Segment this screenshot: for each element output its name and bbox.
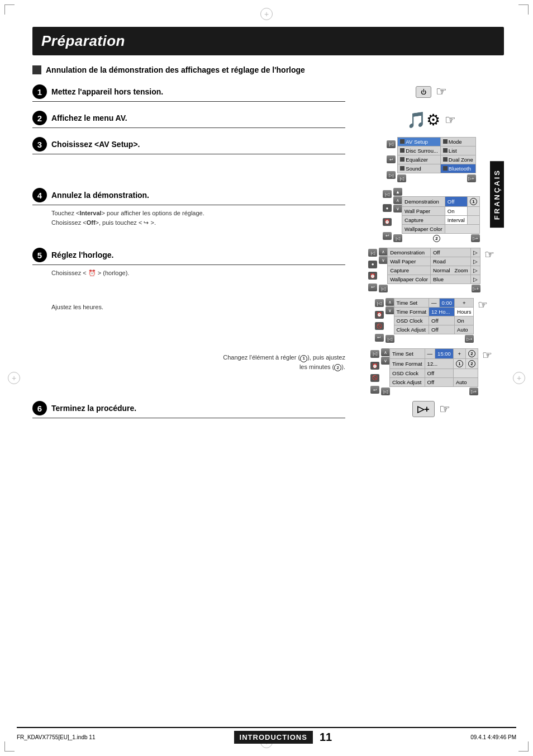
step4-up[interactable]: ▲ bbox=[393, 188, 402, 196]
step4-cell-on[interactable]: On bbox=[445, 207, 467, 216]
menu-cell-sound[interactable]: Sound bbox=[398, 164, 441, 173]
step4-row-demo: Demonstration Off 1 bbox=[402, 197, 480, 207]
step5b-btn1[interactable]: |◁ bbox=[375, 299, 384, 307]
step5a-btn1[interactable]: |◁ bbox=[368, 249, 377, 257]
step-1-left: 1 Mettez l'appareil hors tension. bbox=[32, 84, 345, 105]
step4-scroll-dn[interactable]: ∨ bbox=[393, 205, 402, 212]
step4-cell-interval[interactable]: Interval bbox=[445, 216, 467, 225]
step4-cell-wpcolor-val[interactable] bbox=[445, 225, 479, 234]
step5c-nav-right[interactable]: ▷+ bbox=[469, 388, 478, 395]
step5c-adj[interactable]: Clock Adjust bbox=[390, 378, 425, 387]
step5a-nav-left[interactable]: |◁ bbox=[379, 285, 388, 292]
step5b-adj-auto[interactable]: Auto bbox=[455, 325, 474, 334]
step5b-format-val1[interactable]: 12 Ho... bbox=[429, 308, 455, 316]
hand-icon-2: ☞ bbox=[445, 113, 456, 127]
step5a-wpc[interactable]: Wallpaper Color bbox=[388, 275, 431, 284]
step4-scroll-up[interactable]: ∧ bbox=[393, 196, 402, 204]
step5b-nav-left[interactable]: |◁ bbox=[386, 335, 394, 343]
step5a-demo[interactable]: Demonstration bbox=[388, 248, 431, 257]
step5c-format-v1[interactable]: 12... bbox=[425, 359, 453, 369]
step5b-nav-right[interactable]: ▷+ bbox=[465, 335, 474, 343]
step4-cell-capture[interactable]: Capture bbox=[402, 216, 445, 225]
step5c-ctrl: |◁ ⏰ 🚫 ↩ bbox=[370, 348, 379, 395]
step5c-adj-off[interactable]: Off bbox=[425, 378, 453, 387]
menu-cell-dualzone[interactable]: Dual Zone bbox=[440, 155, 475, 164]
ctrl-btn-prev3[interactable]: |◁ bbox=[397, 174, 406, 182]
ctrl-btn-back-4[interactable]: ↩ bbox=[383, 232, 392, 240]
menu-cell-eq[interactable]: Equalizer bbox=[398, 155, 441, 164]
step5c-btn2[interactable]: ⏰ bbox=[370, 362, 379, 370]
step5b-osd[interactable]: OSD Clock bbox=[394, 316, 429, 325]
ctrl-btn-record-4[interactable]: ● bbox=[383, 204, 392, 212]
menu-cell-bt[interactable]: Bluetooth bbox=[440, 164, 475, 173]
step5a-scroll-up[interactable]: ∧ bbox=[379, 248, 388, 256]
step5b-btn3[interactable]: 🚫 bbox=[375, 322, 384, 330]
step5c-plus[interactable]: + bbox=[453, 349, 465, 359]
step5c-scroll-dn[interactable]: ∨ bbox=[381, 357, 390, 365]
step4-row-wallpaper: Wall Paper On bbox=[402, 207, 480, 216]
ctrl-btn-clock-4[interactable]: ⏰ bbox=[383, 218, 392, 226]
step5c-scroll-up[interactable]: ∧ bbox=[381, 348, 390, 356]
ctrl-btn-next3[interactable]: ▷+ bbox=[467, 174, 476, 182]
step5c-btn4[interactable]: ↩ bbox=[370, 386, 379, 394]
step5b-plus[interactable]: + bbox=[455, 299, 474, 308]
step5c-minus[interactable]: — bbox=[425, 349, 435, 359]
menu-row-sound: Sound Bluetooth bbox=[398, 164, 475, 173]
step5b-format[interactable]: Time Format bbox=[394, 308, 429, 316]
step5b-btn2[interactable]: ⏰ bbox=[375, 311, 384, 319]
step5b-adj-off[interactable]: Off bbox=[429, 325, 455, 334]
step5c-osd-off[interactable]: Off bbox=[425, 369, 453, 378]
step5b-minus[interactable]: — bbox=[429, 299, 440, 308]
step-6-title: 6 Terminez la procédure. bbox=[32, 401, 345, 418]
step5a-wpc-val[interactable]: Blue bbox=[430, 275, 470, 284]
step5b-osd-on[interactable]: On bbox=[455, 316, 474, 325]
step5c-row-osd: OSD Clock Off bbox=[390, 369, 478, 378]
step-5a-right: |◁ ● ⏰ ↩ ∧ ∨ Demo bbox=[359, 248, 504, 292]
step5a-btn3[interactable]: ⏰ bbox=[368, 272, 377, 280]
step5c-timeset[interactable]: Time Set bbox=[390, 349, 425, 359]
num-1-inline: 1 bbox=[300, 355, 307, 362]
step5b-format-val2[interactable]: Hours bbox=[455, 308, 474, 316]
step5b-scroll-up[interactable]: ∧ bbox=[386, 298, 394, 306]
step5b-adj[interactable]: Clock Adjust bbox=[394, 325, 429, 334]
step5c-btn1[interactable]: |◁ bbox=[370, 350, 379, 358]
step5c-nav-left[interactable]: |◁ bbox=[381, 388, 390, 395]
step5a-demo-val[interactable]: Off bbox=[430, 248, 470, 257]
step5a-nav-right[interactable]: ▷+ bbox=[472, 285, 480, 292]
menu-cell-mode[interactable]: Mode bbox=[440, 138, 475, 147]
step4-nav-right[interactable]: ▷+ bbox=[471, 234, 480, 242]
ctrl-btn-back[interactable]: ↩ bbox=[387, 155, 396, 163]
step4-cell-off[interactable]: Off bbox=[445, 197, 467, 207]
step-3-circle: 3 bbox=[32, 137, 47, 152]
step4-cell-wp[interactable]: Wall Paper bbox=[402, 207, 445, 216]
menu-cell-list[interactable]: List bbox=[440, 147, 475, 155]
step5b-btn4[interactable]: ↩ bbox=[375, 334, 384, 342]
ctrl-btn-skip-fwd[interactable]: ▷| bbox=[387, 171, 396, 179]
step-1: 1 Mettez l'appareil hors tension. ⏻ ☞ bbox=[32, 84, 504, 105]
step4-cell-demo[interactable]: Demonstration bbox=[402, 197, 445, 207]
step4-cell-wpcolor[interactable]: Wallpaper Color bbox=[402, 225, 445, 234]
ctrl-btn-skip-back[interactable]: |◁ bbox=[387, 140, 396, 148]
step5a-cap-val[interactable]: Normal Zoom bbox=[430, 266, 470, 275]
menu-cell-disc[interactable]: Disc Surrou... bbox=[398, 147, 441, 155]
step-2-circle: 2 bbox=[32, 111, 47, 125]
step5a-scroll-dn[interactable]: ∨ bbox=[379, 256, 388, 264]
menu-icon-list bbox=[443, 148, 448, 153]
step5a-wp-val[interactable]: Road bbox=[430, 257, 470, 266]
menu-cell-avsetup[interactable]: AV Setup bbox=[398, 138, 441, 147]
step5c-btn3[interactable]: 🚫 bbox=[370, 374, 379, 382]
step5b-osd-off[interactable]: Off bbox=[429, 316, 455, 325]
step5b-scroll-dn[interactable]: ∨ bbox=[386, 306, 394, 314]
step5c-adj-auto[interactable]: Auto bbox=[453, 378, 478, 387]
step4-circle2-area: 2 bbox=[433, 234, 440, 242]
step5b-timeset[interactable]: Time Set bbox=[394, 299, 429, 308]
step5c-osd[interactable]: OSD Clock bbox=[390, 369, 425, 378]
step5a-ctrl: |◁ ● ⏰ ↩ bbox=[368, 248, 377, 292]
step5a-wp[interactable]: Wall Paper bbox=[388, 257, 431, 266]
step5a-cap[interactable]: Capture bbox=[388, 266, 431, 275]
step5a-btn4[interactable]: ↩ bbox=[368, 284, 377, 291]
step5a-btn2[interactable]: ● bbox=[368, 261, 377, 268]
step5c-format[interactable]: Time Format bbox=[390, 359, 425, 369]
step4-nav-left[interactable]: |◁ bbox=[393, 234, 402, 242]
ctrl-btn-skip-back-4[interactable]: |◁ bbox=[383, 190, 392, 198]
